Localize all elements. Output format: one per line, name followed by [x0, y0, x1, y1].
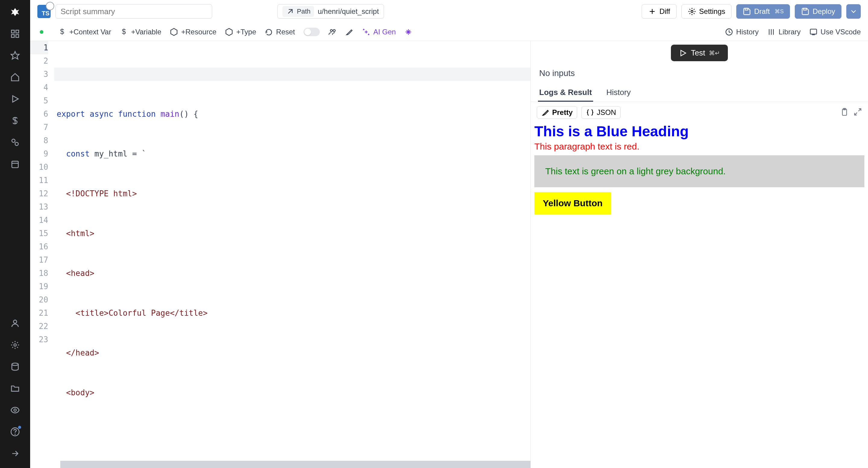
nav-storage-icon[interactable] — [8, 359, 22, 374]
svg-point-24 — [333, 29, 335, 31]
svg-point-11 — [14, 344, 16, 346]
preview-red-paragraph: This paragraph text is red. — [534, 141, 864, 152]
add-type-button[interactable]: +Type — [225, 28, 256, 36]
svg-rect-0 — [11, 30, 14, 33]
svg-rect-8 — [12, 161, 18, 168]
logo-icon[interactable] — [8, 5, 22, 19]
library-button[interactable]: Library — [767, 28, 801, 36]
nav-play-icon[interactable] — [8, 92, 22, 106]
test-button[interactable]: Test ⌘↵ — [671, 45, 728, 61]
header-bar: TS Path u/henri/quiet_script Diff Settin… — [30, 0, 868, 23]
result-tabs: Logs & Result History — [531, 84, 868, 102]
clipboard-icon[interactable] — [840, 108, 849, 117]
secondary-toolbar: $ +Context Var $ +Variable +Resource +Ty… — [30, 23, 868, 41]
ai-gen-button[interactable]: AI Gen — [362, 28, 396, 36]
line-gutter: 1 2 3 4 5 6 7 8 9 10 11 12 13 14 15 16 1… — [30, 41, 54, 468]
svg-point-10 — [13, 320, 17, 323]
path-value: u/henri/quiet_script — [318, 7, 379, 16]
nav-user-icon[interactable] — [8, 316, 22, 330]
sparkle-icon[interactable] — [404, 28, 412, 36]
code-content[interactable]: export async function main() { const my_… — [54, 41, 530, 468]
preview-yellow-button[interactable]: Yellow Button — [534, 192, 611, 214]
svg-marker-31 — [681, 50, 686, 56]
svg-text:$: $ — [60, 28, 64, 36]
svg-rect-19 — [745, 8, 748, 10]
svg-rect-29 — [810, 29, 816, 34]
result-subtabs: Pretty JSON — [531, 102, 868, 123]
right-panel: Test ⌘↵ No inputs Logs & Result History … — [530, 41, 868, 468]
add-variable-button[interactable]: $ +Variable — [120, 28, 161, 36]
users-icon[interactable] — [328, 28, 337, 36]
history-button[interactable]: History — [725, 28, 759, 36]
pretty-toggle[interactable]: Pretty — [537, 106, 577, 119]
svg-rect-1 — [16, 30, 19, 33]
status-dot-icon — [40, 30, 43, 34]
use-vscode-button[interactable]: Use VScode — [809, 28, 861, 36]
language-badge[interactable]: TS — [37, 5, 51, 18]
toggle-switch[interactable] — [304, 28, 320, 36]
left-sidebar — [0, 0, 30, 468]
diff-button[interactable]: Diff — [642, 4, 677, 19]
tab-history[interactable]: History — [605, 84, 632, 101]
preview-heading: This is a Blue Heading — [534, 123, 864, 140]
nav-gears-icon[interactable] — [8, 135, 22, 150]
svg-rect-2 — [11, 35, 14, 37]
svg-point-23 — [330, 29, 333, 31]
svg-point-18 — [691, 10, 693, 13]
add-resource-button[interactable]: +Resource — [170, 28, 216, 36]
svg-point-12 — [12, 363, 18, 365]
horizontal-scrollbar[interactable] — [60, 461, 530, 468]
add-context-var-button[interactable]: $ +Context Var — [58, 28, 111, 36]
nav-star-icon[interactable] — [8, 48, 22, 63]
svg-text:$: $ — [122, 28, 126, 36]
reset-button[interactable]: Reset — [265, 28, 295, 36]
path-label: Path — [282, 6, 314, 17]
nav-home-icon[interactable] — [8, 70, 22, 84]
svg-line-35 — [855, 113, 857, 115]
path-box[interactable]: Path u/henri/quiet_script — [277, 4, 384, 19]
deploy-dropdown[interactable] — [846, 4, 861, 19]
svg-rect-20 — [804, 8, 806, 10]
nav-eye-icon[interactable] — [8, 403, 22, 417]
svg-point-15 — [15, 434, 15, 434]
draft-button[interactable]: Draft ⌘S — [736, 4, 790, 19]
svg-point-13 — [14, 409, 16, 411]
nav-folder-icon[interactable] — [8, 381, 22, 396]
nav-help-icon[interactable] — [8, 425, 22, 439]
nav-dollar-icon[interactable] — [8, 113, 22, 128]
code-editor[interactable]: 1 2 3 4 5 6 7 8 9 10 11 12 13 14 15 16 1… — [30, 41, 530, 468]
svg-point-6 — [12, 139, 15, 142]
preview-green-paragraph: This text is green on a light grey backg… — [545, 166, 854, 176]
result-preview: This is a Blue Heading This paragraph te… — [531, 123, 868, 214]
nav-calendar-icon[interactable] — [8, 157, 22, 171]
nav-settings-icon[interactable] — [8, 338, 22, 352]
split-pane: 1 2 3 4 5 6 7 8 9 10 11 12 13 14 15 16 1… — [30, 41, 868, 468]
svg-point-7 — [15, 142, 19, 146]
settings-button[interactable]: Settings — [681, 4, 732, 19]
no-inputs-label: No inputs — [531, 65, 868, 84]
svg-marker-5 — [13, 96, 19, 102]
main-area: TS Path u/henri/quiet_script Diff Settin… — [30, 0, 868, 468]
expand-icon[interactable] — [854, 108, 862, 117]
svg-marker-4 — [11, 52, 19, 59]
preview-grey-box: This text is green on a light grey backg… — [534, 155, 864, 187]
tab-logs-result[interactable]: Logs & Result — [538, 84, 593, 101]
nav-collapse-icon[interactable] — [8, 446, 22, 461]
brush-icon[interactable] — [345, 28, 353, 36]
deploy-button[interactable]: Deploy — [795, 4, 841, 19]
json-toggle[interactable]: JSON — [581, 106, 621, 119]
svg-rect-3 — [16, 35, 19, 37]
nav-grid-icon[interactable] — [8, 27, 22, 41]
svg-line-34 — [858, 109, 861, 111]
script-summary-input[interactable] — [56, 4, 212, 19]
